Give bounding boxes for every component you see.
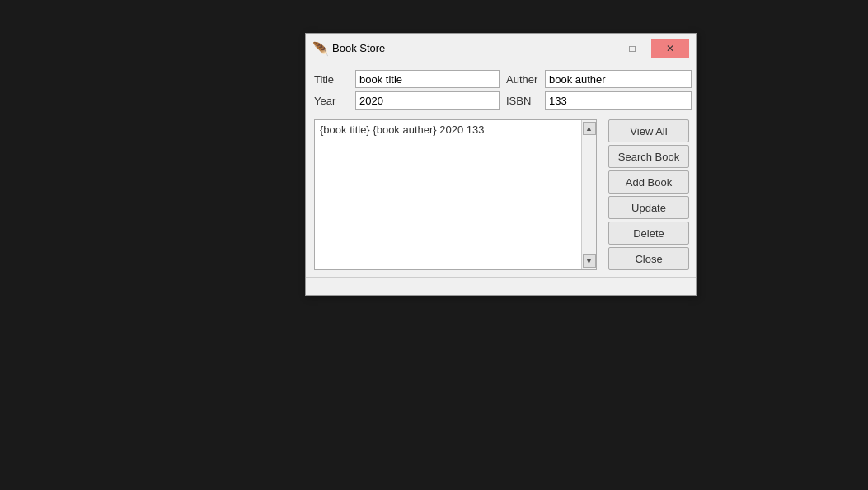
app-icon: 🪶 <box>312 41 327 56</box>
year-row: Year <box>314 91 500 110</box>
right-panel: View All Search Book Add Book Update Del… <box>605 116 696 277</box>
isbn-label: ISBN <box>500 95 545 107</box>
top-form-rows: Title Year Auther ISBN <box>314 70 687 113</box>
year-label: Year <box>314 95 355 107</box>
list-item[interactable]: {book title} {book auther} 2020 133 <box>315 120 596 139</box>
author-row: Auther <box>500 70 692 88</box>
delete-button[interactable]: Delete <box>608 222 689 245</box>
minimize-button[interactable]: ─ <box>575 39 613 58</box>
isbn-row: ISBN <box>500 91 692 110</box>
left-panel: {book title} {book auther} 2020 133 ▲ ▼ <box>306 116 605 277</box>
window-body: Title Year Auther ISBN <box>306 63 696 295</box>
window-title: Book Store <box>332 42 575 54</box>
main-window: 🪶 Book Store ─ □ ✕ Title Year <box>305 33 697 296</box>
author-label: Auther <box>500 73 545 86</box>
update-button[interactable]: Update <box>608 196 689 219</box>
left-form: Title Year <box>314 70 500 113</box>
isbn-input[interactable] <box>545 91 692 110</box>
window-controls: ─ □ ✕ <box>575 39 689 58</box>
scroll-up-button[interactable]: ▲ <box>583 122 596 135</box>
title-label: Title <box>314 73 355 86</box>
year-input[interactable] <box>355 91 500 110</box>
title-bar: 🪶 Book Store ─ □ ✕ <box>306 34 696 63</box>
add-book-button[interactable]: Add Book <box>608 170 689 194</box>
right-form: Auther ISBN <box>500 70 692 113</box>
status-bar <box>306 277 696 295</box>
title-row: Title <box>314 70 500 88</box>
maximize-button[interactable]: □ <box>613 39 651 58</box>
main-content: {book title} {book auther} 2020 133 ▲ ▼ … <box>306 116 696 277</box>
close-window-button[interactable]: ✕ <box>651 39 689 58</box>
author-input[interactable] <box>545 70 692 88</box>
book-list: {book title} {book auther} 2020 133 ▲ ▼ <box>314 119 597 270</box>
scroll-down-button[interactable]: ▼ <box>583 254 596 268</box>
scroll-area: ▲ ▼ <box>581 120 596 269</box>
title-input[interactable] <box>355 70 500 88</box>
view-all-button[interactable]: View All <box>608 119 689 142</box>
form-area: Title Year Auther ISBN <box>306 63 696 116</box>
close-button[interactable]: Close <box>608 247 689 270</box>
search-book-button[interactable]: Search Book <box>608 145 689 168</box>
